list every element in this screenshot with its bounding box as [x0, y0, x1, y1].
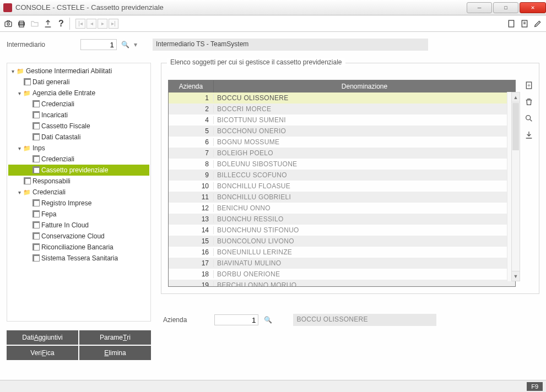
cell-azienda: 2: [169, 105, 214, 113]
inner-scrollbar[interactable]: [507, 92, 511, 281]
cell-denominazione: BOCCHONU ONERIO: [214, 127, 515, 135]
tree-ae-incaricati[interactable]: Incaricati: [8, 110, 149, 121]
cell-denominazione: BICOTTUNU SUMENI: [214, 116, 515, 124]
print-icon[interactable]: [17, 19, 26, 29]
maximize-button[interactable]: ☐: [493, 2, 518, 13]
table-row[interactable]: 9BILLECCU SCOFUNO: [169, 170, 515, 181]
close-button[interactable]: ✕: [520, 2, 546, 13]
elimina-button[interactable]: Elimina: [79, 346, 151, 360]
dropdown-icon[interactable]: ▾: [134, 41, 137, 48]
nav-next-icon[interactable]: ▸: [98, 19, 107, 29]
help-icon[interactable]: ?: [56, 19, 66, 29]
tree-agenzia-entrate[interactable]: ▾Agenzia delle Entrate: [8, 88, 149, 99]
tree-root[interactable]: ▾Gestione Intermediari Abilitati: [8, 66, 149, 77]
table-row[interactable]: 8BOLEUNU SIBOSTUONE: [169, 159, 515, 170]
tree-ae-credenziali[interactable]: Credenziali: [8, 99, 149, 110]
tree-inps-credenziali[interactable]: Credenziali: [8, 154, 149, 165]
table-row[interactable]: 4BICOTTUNU SUMENI: [169, 115, 515, 126]
cell-denominazione: BONEUNILLU LERINZE: [214, 248, 515, 256]
tree-ae-dati-catastali[interactable]: Dati Catastali: [8, 132, 149, 143]
cell-azienda: 14: [169, 226, 214, 234]
cell-denominazione: BOLEIGH POELO: [214, 149, 515, 157]
camera-icon[interactable]: [3, 19, 13, 29]
search-small-icon[interactable]: 🔍: [121, 41, 129, 48]
cell-azienda: 18: [169, 270, 214, 278]
table-row[interactable]: 14BUONCHUNU STIFONUO: [169, 225, 515, 236]
search-icon[interactable]: [523, 113, 534, 124]
tree-conservazione-cloud[interactable]: Conservazione Cloud: [8, 231, 149, 242]
scroll-track[interactable]: [512, 151, 520, 271]
tree-responsabili[interactable]: Responsabili: [8, 176, 149, 187]
scroll-up-icon[interactable]: ▲: [512, 92, 520, 102]
delete-icon[interactable]: [523, 96, 534, 107]
table-row[interactable]: 6BOGNU MOSSUME: [169, 137, 515, 148]
intermediario-input[interactable]: [80, 39, 117, 50]
tree-dati-generali[interactable]: Dati generali: [8, 77, 149, 88]
table-row[interactable]: 15BUONCOLONU LIVONO: [169, 236, 515, 247]
tree-tessera-sanitaria[interactable]: Sistema Tessera Sanitaria: [8, 253, 149, 264]
folder-icon[interactable]: [30, 19, 40, 29]
cell-denominazione: BUONCOLONU LIVONO: [214, 237, 515, 245]
cell-azienda: 19: [169, 281, 214, 286]
vertical-scrollbar[interactable]: ▲ ▼: [511, 92, 520, 281]
tree-credenziali[interactable]: ▾Credenziali: [8, 187, 149, 198]
doc-a-icon[interactable]: [506, 19, 516, 29]
azienda-input[interactable]: [214, 314, 258, 325]
tree-label: Conservazione Cloud: [41, 232, 105, 240]
cell-denominazione: BORBU ONERIONE: [214, 270, 515, 278]
nav-prev-icon[interactable]: ◂: [87, 19, 96, 29]
table-row[interactable]: 12BENICHU ONNO: [169, 203, 515, 214]
dati-aggiuntivi-button[interactable]: Dati Aggiuntivi: [7, 330, 78, 345]
table-row[interactable]: 13BUONCHU RESSILO: [169, 214, 515, 225]
verifica-button[interactable]: VeriFica: [7, 346, 78, 360]
nav-last-icon[interactable]: ▸|: [109, 19, 118, 29]
cell-azienda: 15: [169, 237, 214, 245]
cell-azienda: 4: [169, 116, 214, 124]
tree-ae-cassetto-fiscale[interactable]: Cassetto Fiscale: [8, 121, 149, 132]
tree-inps-cassetto-previdenziale[interactable]: Cassetto previdenziale: [8, 165, 149, 176]
table-row[interactable]: 19BERCHU ONNO MORUO: [169, 280, 515, 286]
table-row[interactable]: 16BONEUNILLU LERINZE: [169, 247, 515, 258]
cell-denominazione: BUONCHUNU STIFONUO: [214, 226, 515, 234]
col-header-denominazione[interactable]: Denominazione: [214, 80, 515, 92]
download-icon[interactable]: [523, 129, 534, 140]
table-row[interactable]: 1BOCCU OLISSONERE: [169, 92, 515, 104]
tree-label: Credenziali: [41, 155, 74, 163]
tree-riconciliazione[interactable]: Riconciliazione Bancaria: [8, 242, 149, 253]
grid-body: 1BOCCU OLISSONERE2BOCCRI MORCE4BICOTTUNU…: [169, 92, 515, 286]
cell-azienda: 11: [169, 193, 214, 201]
cell-azienda: 16: [169, 248, 214, 256]
upload-icon[interactable]: [43, 19, 53, 29]
tree-fatture-cloud[interactable]: Fatture In Cloud: [8, 220, 149, 231]
tree-label: Responsabili: [33, 177, 71, 185]
tree-label: Dati Catastali: [41, 133, 80, 141]
table-row[interactable]: 2BOCCRI MORCE: [169, 104, 515, 115]
status-f9[interactable]: F9: [527, 382, 543, 391]
sidebar: ▾Gestione Intermediari Abilitati Dati ge…: [7, 63, 151, 360]
scroll-down-icon[interactable]: ▼: [512, 271, 520, 281]
table-row[interactable]: 18BORBU ONERIONE: [169, 269, 515, 280]
grid-header: Azienda Denominazione: [169, 80, 515, 92]
azienda-search-icon[interactable]: 🔍: [264, 316, 272, 324]
new-row-icon[interactable]: [523, 80, 534, 91]
tree-label: Credenziali: [41, 100, 74, 108]
doc-b-icon[interactable]: [520, 19, 529, 29]
parametri-button[interactable]: ParameTri: [79, 330, 151, 345]
tree-registro-imprese[interactable]: Registro Imprese: [8, 198, 149, 209]
tree-fepa[interactable]: Fepa: [8, 209, 149, 220]
tree-inps[interactable]: ▾Inps: [8, 143, 149, 154]
table-row[interactable]: 5BOCCHONU ONERIO: [169, 126, 515, 137]
intermediario-row: Intermediario 🔍 ▾ Intermediario TS - Tea…: [7, 39, 539, 51]
app-icon: [3, 3, 12, 12]
cell-azienda: 13: [169, 215, 214, 223]
scroll-thumb[interactable]: [512, 103, 519, 150]
tree-label: Fatture In Cloud: [41, 221, 89, 229]
nav-first-icon[interactable]: |◂: [75, 19, 85, 29]
edit-icon[interactable]: [533, 19, 543, 29]
table-row[interactable]: 10BONCHILLU FLOASUE: [169, 181, 515, 192]
table-row[interactable]: 7BOLEIGH POELO: [169, 148, 515, 159]
table-row[interactable]: 11BONCHILLU GOBRIELI: [169, 192, 515, 203]
minimize-button[interactable]: —: [467, 2, 492, 13]
table-row[interactable]: 17BIAVINATU MULINO: [169, 258, 515, 269]
col-header-azienda[interactable]: Azienda: [169, 80, 214, 92]
